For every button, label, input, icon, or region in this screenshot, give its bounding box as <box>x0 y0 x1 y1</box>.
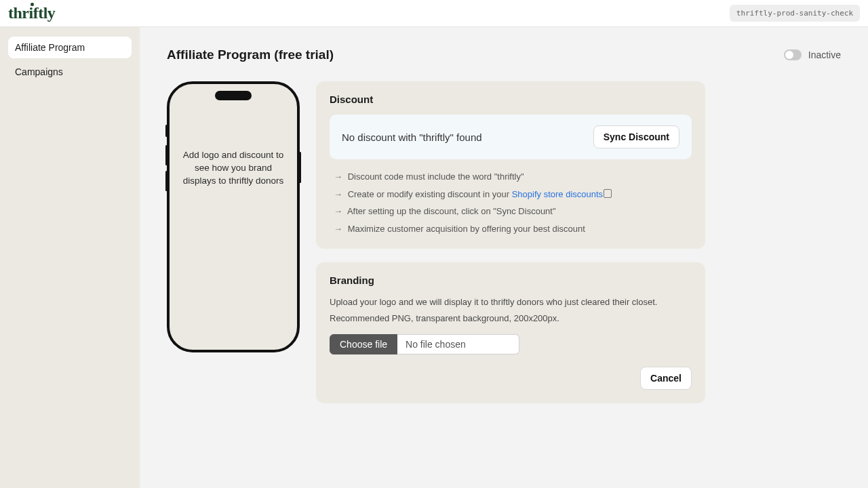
file-name-display: No file chosen <box>397 334 519 354</box>
discount-hint: → Create or modify existing discount in … <box>334 188 692 201</box>
toggle-knob-icon <box>785 51 793 59</box>
copy-icon[interactable] <box>605 190 612 198</box>
branding-description: Upload your logo and we will display it … <box>330 296 692 309</box>
phone-preview: Add logo and discount to see how you bra… <box>167 81 300 352</box>
sidebar-item-label: Affiliate Program <box>15 42 85 53</box>
phone-side-button-icon <box>165 125 167 137</box>
settings-cards: Discount No discount with "thriftly" fou… <box>316 81 705 403</box>
arrow-right-icon: → <box>334 171 342 182</box>
choose-file-button[interactable]: Choose file <box>330 334 397 354</box>
phone-side-button-icon <box>165 171 167 191</box>
arrow-right-icon: → <box>334 224 342 234</box>
sidebar-item-label: Campaigns <box>15 66 63 77</box>
hint-text: Create or modify existing discount in yo… <box>348 189 512 199</box>
sync-discount-button[interactable]: Sync Discount <box>593 125 679 148</box>
phone-side-button-icon <box>165 145 167 165</box>
logo-upload: Choose file No file chosen <box>330 334 692 354</box>
hint-text: Discount code must include the word "thr… <box>348 171 524 182</box>
cancel-button[interactable]: Cancel <box>640 367 692 390</box>
branding-recommendation: Recommended PNG, transparent background,… <box>330 312 692 325</box>
brand-logo-dot-icon <box>31 3 34 6</box>
discount-hint: → After setting up the discount, click o… <box>334 205 692 218</box>
branding-card-heading: Branding <box>330 274 692 286</box>
phone-preview-placeholder: Add logo and discount to see how you bra… <box>179 149 288 188</box>
branding-card: Branding Upload your logo and we will di… <box>316 262 705 403</box>
hint-text: Maximize customer acquisition by offerin… <box>348 224 585 234</box>
sidebar: Affiliate Program Campaigns <box>0 27 140 488</box>
arrow-right-icon: → <box>334 206 342 216</box>
environment-badge: thriftly-prod-sanity-check <box>730 5 860 22</box>
page-title: Affiliate Program (free trial) <box>167 47 334 62</box>
discount-hint: → Discount code must include the word "t… <box>334 170 692 184</box>
phone-notch-icon <box>215 91 252 100</box>
brand-logo: thriftly <box>8 4 55 22</box>
shopify-discounts-link[interactable]: Shopify store discounts <box>512 189 603 199</box>
content-row: Add logo and discount to see how you bra… <box>167 81 841 403</box>
sidebar-item-campaigns[interactable]: Campaigns <box>8 61 132 83</box>
arrow-right-icon: → <box>334 189 342 199</box>
discount-status-panel: No discount with "thriftly" found Sync D… <box>330 115 692 159</box>
app-header: thriftly thriftly-prod-sanity-check <box>0 0 868 27</box>
sidebar-item-affiliate-program[interactable]: Affiliate Program <box>8 37 132 58</box>
page-header: Affiliate Program (free trial) Inactive <box>167 47 841 62</box>
branding-card-footer: Cancel <box>330 367 692 390</box>
discount-card-heading: Discount <box>330 94 692 105</box>
hint-text: After setting up the discount, click on … <box>347 206 556 216</box>
status-toggle[interactable] <box>784 49 802 60</box>
phone-side-button-icon <box>299 152 301 183</box>
discount-card: Discount No discount with "thriftly" fou… <box>316 81 705 249</box>
main-content: Affiliate Program (free trial) Inactive … <box>140 27 868 488</box>
discount-status-message: No discount with "thriftly" found <box>342 131 482 143</box>
status-label: Inactive <box>808 49 841 60</box>
program-status: Inactive <box>784 49 841 60</box>
app-layout: Affiliate Program Campaigns Affiliate Pr… <box>0 27 868 488</box>
brand-logo-text: thriftly <box>8 4 55 22</box>
discount-hint: → Maximize customer acquisition by offer… <box>334 222 692 236</box>
discount-hints: → Discount code must include the word "t… <box>330 170 692 235</box>
